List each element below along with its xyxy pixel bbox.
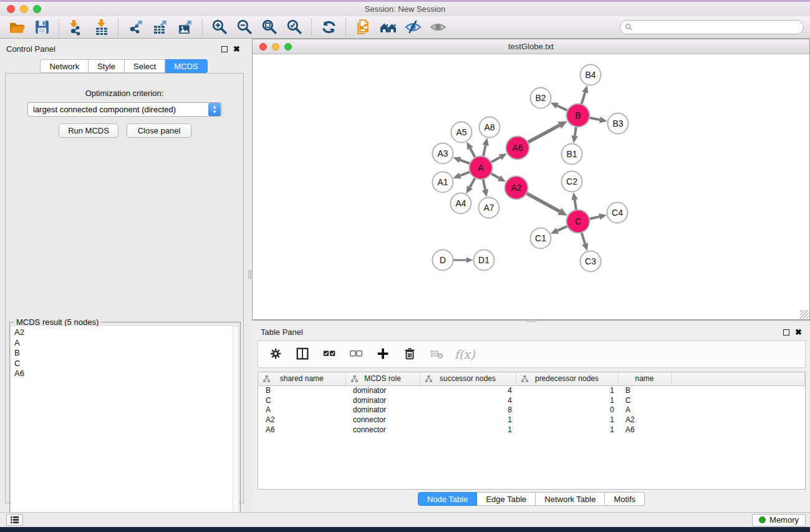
delete-table-button[interactable] [428, 344, 446, 364]
zoom-fit-icon [261, 19, 278, 36]
graph-edge-A-A2[interactable] [491, 173, 499, 178]
gear-button[interactable] [267, 344, 286, 364]
add-button[interactable] [374, 344, 393, 364]
memory-button[interactable]: Memory [752, 514, 806, 526]
tab-node-table[interactable]: Node Table [418, 492, 478, 506]
save-icon [34, 19, 51, 36]
table-cell: 0 [516, 405, 618, 415]
graph-edge-A-A8[interactable] [483, 145, 486, 157]
graph-edge-A-A4[interactable] [470, 178, 475, 187]
zoom-fit-button[interactable] [259, 18, 280, 37]
graph-edge-C-C3[interactable] [582, 233, 586, 244]
column-header-shared-name[interactable]: shared name [258, 372, 345, 385]
graph-edge-A6-B[interactable] [528, 125, 559, 142]
table-row[interactable]: Cdominator41C [258, 395, 805, 405]
graph-edge-A-A6[interactable] [491, 157, 500, 162]
close-panel-icon[interactable]: ✖ [795, 327, 802, 337]
result-list-item[interactable]: A2 [11, 327, 233, 338]
graph-node-label: D [440, 255, 446, 265]
graph-edge-C-C2[interactable] [575, 200, 577, 210]
resize-grip-icon[interactable] [800, 310, 809, 319]
zoom-in-button[interactable] [209, 18, 230, 37]
save-button[interactable] [31, 18, 52, 37]
close-panel-button[interactable]: Close panel [127, 123, 191, 138]
app-titlebar: Session: New Session [0, 2, 810, 16]
run-mcds-button[interactable]: Run MCDS [59, 123, 118, 138]
graph-edge-A-A7[interactable] [483, 179, 485, 190]
new-network-from-selection-button[interactable] [352, 18, 374, 37]
tab-network[interactable]: Network [40, 59, 89, 73]
graph-edge-B-B4[interactable] [581, 92, 585, 104]
table-row[interactable]: Adominator80A [258, 405, 805, 415]
network-window-titlebar[interactable]: testGlobe.txt [253, 39, 809, 54]
graph-edge-B-B3[interactable] [589, 118, 600, 120]
network-graph: B4B2BB3A5A8A6B1A3AC2A1A2A4A7C4CC1C3DD1 [253, 54, 809, 319]
float-panel-icon[interactable] [783, 329, 789, 336]
optimization-criterion-dropdown[interactable]: largest connected component (directed) ▲… [27, 102, 222, 117]
tab-mcds[interactable]: MCDS [165, 59, 207, 73]
graph-node-label: C [575, 216, 581, 226]
column-header-predecessor-nodes[interactable]: predecessor nodes [516, 372, 618, 385]
export-network-icon [127, 19, 144, 36]
export-image-button[interactable] [175, 18, 196, 37]
result-list-item[interactable]: A6 [11, 369, 233, 379]
search-input[interactable] [633, 21, 803, 34]
graph-edge-A2-C[interactable] [526, 193, 559, 211]
graph-edge-C-C4[interactable] [589, 216, 599, 219]
table-row[interactable]: A2connector11A2 [258, 415, 805, 425]
delete-button[interactable] [401, 344, 420, 364]
graph-edge-A-A1[interactable] [460, 172, 470, 176]
result-list-item[interactable]: A [11, 338, 233, 349]
table-row[interactable]: A6connector11A6 [258, 425, 805, 435]
graph-edge-A-A5[interactable] [470, 148, 475, 158]
table-cell: dominator [345, 405, 420, 415]
splitter-grip[interactable] [248, 270, 251, 279]
graph-edge-A-A3[interactable] [460, 160, 470, 163]
tab-select[interactable]: Select [125, 59, 165, 73]
select-all-button[interactable] [321, 344, 339, 364]
search-box[interactable] [620, 20, 804, 34]
task-history-button[interactable] [6, 514, 23, 526]
table-row[interactable]: Bdominator41B [258, 385, 805, 395]
column-header-name[interactable]: name [618, 372, 671, 385]
open-folder-button[interactable] [6, 18, 27, 37]
network-canvas[interactable]: B4B2BB3A5A8A6B1A3AC2A1A2A4A7C4CC1C3DD1 [253, 54, 809, 319]
refresh-button[interactable] [318, 18, 339, 37]
graph-edge-B-B2[interactable] [557, 105, 568, 110]
graph-edge-C-C1[interactable] [557, 226, 567, 231]
show-graphics-details-button[interactable] [427, 18, 448, 37]
graph-edge-B-B1[interactable] [575, 127, 576, 136]
close-panel-icon[interactable]: ✖ [233, 44, 240, 54]
columns-button[interactable] [294, 344, 312, 364]
home-icon [380, 19, 397, 36]
export-network-button[interactable] [125, 18, 146, 37]
export-table-button[interactable] [150, 18, 171, 37]
hide-graphics-details-button[interactable] [402, 18, 423, 37]
column-type-icon [263, 375, 271, 383]
function-builder-button[interactable]: f(x) [455, 347, 475, 361]
mcds-result-title: MCDS result (5 nodes) [14, 317, 101, 327]
table-cell: dominator [345, 385, 420, 395]
tab-style[interactable]: Style [89, 59, 125, 73]
desktop-strip-bottom [0, 527, 810, 532]
table-cell: A6 [258, 425, 345, 435]
tab-network-table[interactable]: Network Table [536, 492, 605, 506]
zoom-out-button[interactable] [234, 18, 255, 37]
zoom-selected-button[interactable] [284, 18, 305, 37]
result-list-item[interactable]: C [11, 359, 233, 369]
graph-edge-arrowhead [582, 243, 588, 251]
unselect-all-button[interactable] [347, 344, 366, 364]
column-header-label: successor nodes [440, 374, 496, 383]
column-header-MCDS-role[interactable]: MCDS role [345, 372, 420, 385]
tab-motifs[interactable]: Motifs [605, 492, 645, 506]
import-table-button[interactable] [90, 18, 112, 37]
import-network-button[interactable] [65, 18, 87, 37]
mcds-result-list[interactable]: A2ABCA6 [11, 326, 233, 532]
result-scrollbar[interactable] [233, 326, 239, 532]
float-panel-icon[interactable] [221, 46, 228, 52]
graph-node-label: A3 [437, 148, 448, 158]
home-button[interactable] [377, 18, 398, 37]
tab-edge-table[interactable]: Edge Table [477, 492, 536, 506]
column-header-successor-nodes[interactable]: successor nodes [420, 372, 516, 385]
result-list-item[interactable]: B [11, 348, 233, 359]
